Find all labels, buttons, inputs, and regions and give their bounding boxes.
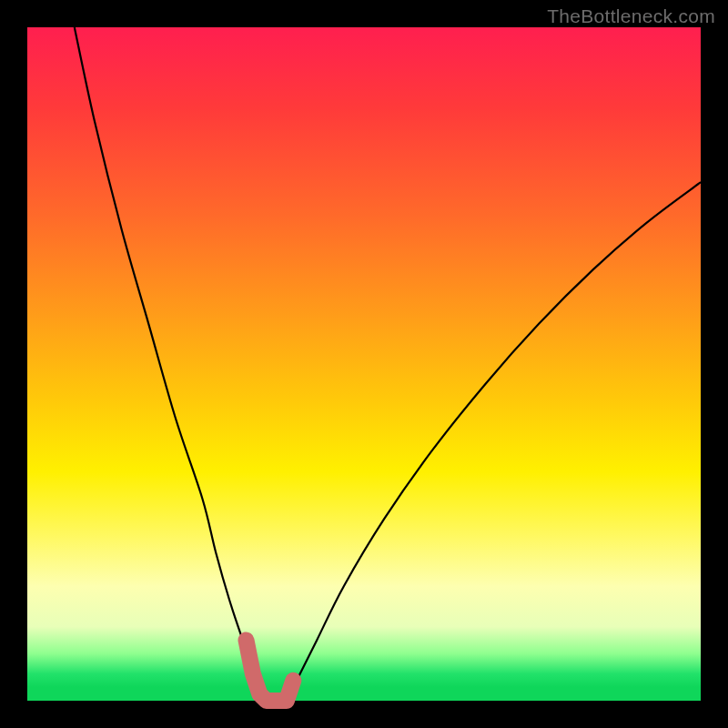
- chart-stage: TheBottleneck.com: [0, 0, 728, 728]
- plot-area: [27, 27, 701, 701]
- chart-svg: [27, 27, 701, 701]
- right-branch-curve: [287, 182, 701, 701]
- watermark-text: TheBottleneck.com: [547, 5, 715, 27]
- left-branch-curve: [75, 27, 267, 701]
- marker-check: [247, 640, 294, 701]
